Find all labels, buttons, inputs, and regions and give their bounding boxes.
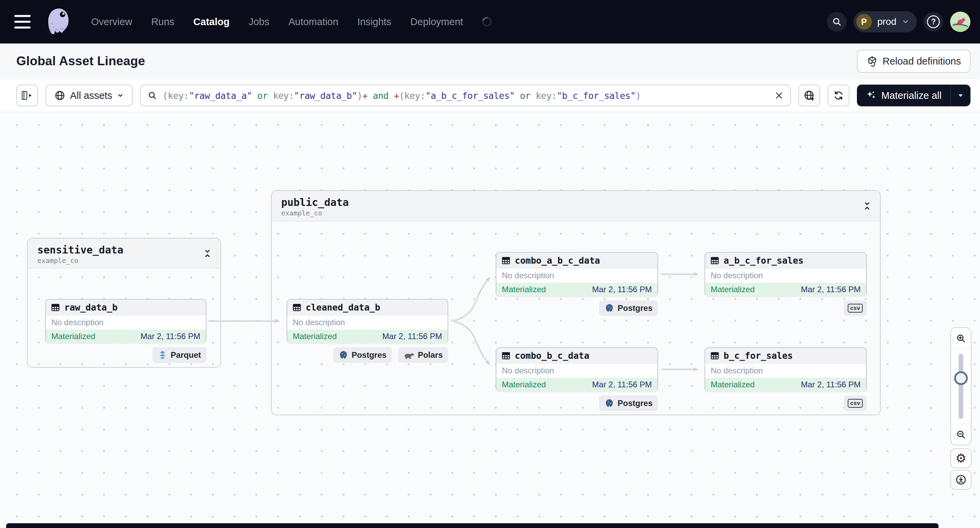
- globe-icon: [54, 90, 65, 101]
- kind-badge-parquet[interactable]: Parquet: [152, 347, 207, 363]
- toggle-sidebar-button[interactable]: [16, 85, 38, 106]
- top-nav: Overview Runs Catalog Jobs Automation In…: [0, 0, 980, 43]
- table-icon: [710, 351, 719, 360]
- zoom-slider-track[interactable]: [959, 354, 963, 419]
- materialization-timestamp[interactable]: Mar 2, 11:56 PM: [592, 285, 652, 294]
- zoom-slider[interactable]: [951, 349, 971, 424]
- status-label: Materialized: [293, 331, 337, 341]
- lineage-canvas[interactable]: sensitive_data example_co public_data ex…: [0, 112, 980, 528]
- badge-label: Parquet: [171, 350, 201, 360]
- graph-settings-button[interactable]: ⚙: [950, 449, 972, 468]
- sparkles-icon: [866, 90, 877, 101]
- panel-toggle-icon: [21, 90, 33, 101]
- asset-node-combo-b-c-data[interactable]: combo_b_c_data No description Materializ…: [496, 347, 658, 392]
- node-header: raw_data_b: [46, 300, 206, 315]
- asset-scope-label: All assets: [70, 90, 112, 101]
- group-name: sensitive_data: [37, 244, 213, 256]
- asset-status-bar: Materialized Mar 2, 11:56 PM: [705, 283, 866, 296]
- badge-label: Polars: [418, 350, 443, 360]
- polars-icon: [404, 351, 415, 359]
- table-icon: [292, 303, 302, 312]
- materialize-all-button[interactable]: Materialize all: [857, 85, 950, 106]
- asset-search-input[interactable]: (key:"raw_data_a" or key:"raw_data_b")+ …: [140, 85, 791, 106]
- collapse-group-button[interactable]: [860, 199, 874, 213]
- materialize-all-split-button: Materialize all: [857, 85, 970, 106]
- kind-badge-csv[interactable]: csv: [844, 395, 867, 411]
- asset-node-cleaned-data-b[interactable]: cleaned_data_b No description Materializ…: [286, 299, 448, 343]
- app-window: Overview Runs Catalog Jobs Automation In…: [0, 0, 980, 528]
- reload-cube-icon: [866, 55, 878, 67]
- nav-link-jobs[interactable]: Jobs: [248, 16, 269, 27]
- materialization-timestamp[interactable]: Mar 2, 11:56 PM: [140, 331, 200, 341]
- kind-badge-polars[interactable]: Polars: [398, 347, 448, 363]
- user-avatar[interactable]: [950, 11, 970, 32]
- parquet-icon: [158, 350, 167, 360]
- nav-link-insights[interactable]: Insights: [357, 16, 391, 27]
- collapse-icon: [863, 201, 871, 210]
- group-header: public_data example_co: [272, 191, 880, 222]
- asset-node-a-b-c-for-sales[interactable]: a_b_c_for_sales No description Materiali…: [705, 252, 867, 296]
- nav-link-catalog[interactable]: Catalog: [194, 16, 229, 27]
- page-title: Global Asset Lineage: [16, 54, 145, 68]
- node-header: combo_a_b_c_data: [496, 253, 657, 268]
- badge-row: Postgres: [496, 300, 658, 316]
- asset-scope-dropdown[interactable]: All assets: [46, 85, 133, 106]
- asset-description: No description: [287, 315, 447, 330]
- badge-label: Postgres: [352, 350, 387, 360]
- zoom-controls: [950, 327, 972, 446]
- asset-name: cleaned_data_b: [306, 303, 380, 312]
- node-header: combo_b_c_data: [496, 348, 657, 363]
- asset-name: combo_a_b_c_data: [515, 255, 600, 266]
- materialization-timestamp[interactable]: Mar 2, 11:56 PM: [801, 285, 861, 294]
- open-in-new-scope-button[interactable]: [799, 85, 820, 106]
- group-name: public_data: [281, 197, 873, 208]
- nav-right-cluster: P prod ?: [827, 11, 970, 32]
- nav-link-overview[interactable]: Overview: [91, 16, 132, 27]
- badge-row: Postgres: [496, 395, 658, 411]
- nav-link-deployment[interactable]: Deployment: [410, 16, 463, 27]
- table-icon: [51, 303, 60, 312]
- deployment-switcher[interactable]: P prod: [853, 11, 917, 32]
- download-graph-button[interactable]: [950, 470, 972, 490]
- kind-badge-postgres[interactable]: Postgres: [333, 347, 392, 363]
- materialization-timestamp[interactable]: Mar 2, 11:56 PM: [592, 380, 652, 389]
- zoom-in-button[interactable]: [951, 328, 971, 349]
- chevron-down-icon: [956, 91, 965, 100]
- materialization-timestamp[interactable]: Mar 2, 11:56 PM: [382, 331, 442, 341]
- filter-toolbar: All assets (key:"raw_data_a" or key:"raw…: [0, 79, 980, 112]
- postgres-icon: [339, 350, 348, 360]
- status-label: Materialized: [502, 285, 546, 294]
- table-icon: [501, 351, 511, 360]
- group-location: example_co: [37, 257, 213, 265]
- reload-definitions-button[interactable]: Reload definitions: [857, 49, 970, 73]
- asset-node-combo-a-b-c-data[interactable]: combo_a_b_c_data No description Material…: [496, 252, 658, 296]
- status-label: Materialized: [51, 331, 95, 341]
- kind-badge-postgres[interactable]: Postgres: [599, 300, 658, 316]
- kind-badge-csv[interactable]: csv: [844, 300, 867, 316]
- collapse-group-button[interactable]: [200, 247, 214, 260]
- search-button[interactable]: [827, 12, 847, 32]
- bottom-panel-edge[interactable]: [6, 523, 939, 528]
- deployment-avatar: P: [856, 14, 872, 30]
- asset-node-raw-data-b[interactable]: raw_data_b No description Materialized M…: [45, 299, 207, 343]
- reload-definitions-label: Reload definitions: [882, 56, 961, 67]
- asset-node-b-c-for-sales[interactable]: b_c_for_sales No description Materialize…: [705, 347, 867, 392]
- asset-description: No description: [705, 268, 866, 283]
- nav-link-automation[interactable]: Automation: [288, 16, 338, 27]
- dagster-logo[interactable]: [46, 8, 72, 36]
- group-header: sensitive_data example_co: [28, 238, 220, 268]
- zoom-out-button[interactable]: [951, 424, 971, 445]
- kind-badge-postgres[interactable]: Postgres: [599, 395, 658, 411]
- zoom-slider-handle[interactable]: [954, 371, 968, 385]
- nav-link-runs[interactable]: Runs: [151, 16, 175, 27]
- refresh-button[interactable]: [828, 85, 850, 106]
- refresh-icon: [833, 90, 844, 101]
- clear-icon[interactable]: [775, 91, 783, 100]
- help-button[interactable]: ?: [924, 12, 943, 32]
- node-header: b_c_for_sales: [705, 348, 866, 363]
- materialize-options-button[interactable]: [951, 85, 970, 106]
- help-icon: ?: [927, 15, 940, 28]
- materialization-timestamp[interactable]: Mar 2, 11:56 PM: [801, 380, 861, 389]
- hamburger-icon[interactable]: [14, 11, 36, 33]
- search-query-text: (key:"raw_data_a" or key:"raw_data_b")+ …: [162, 90, 769, 101]
